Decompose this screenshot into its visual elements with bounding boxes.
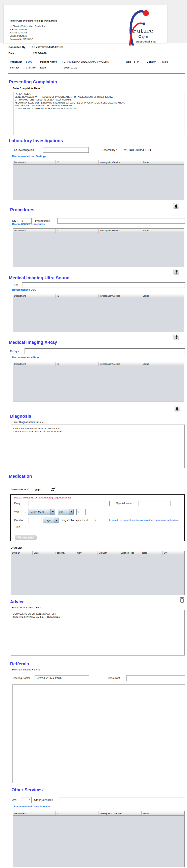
reffering-doctor-input[interactable]	[35, 675, 89, 681]
drug-list-delete-button[interactable]	[179, 596, 185, 603]
consulted-by-label: Consulted By	[8, 45, 25, 49]
procedures-delete-button[interactable]	[174, 269, 179, 275]
section-title-other-services: Other Services	[11, 787, 43, 793]
procedures-table: Department ID Investigation/Service Stat…	[13, 228, 184, 267]
special-notes-label: Special Notes	[116, 502, 132, 505]
procedures-input[interactable]	[57, 218, 185, 223]
lab-investigation-label: Lab Investingation :	[13, 148, 35, 151]
uss-input[interactable]	[22, 282, 185, 288]
lab-col-status: Status	[141, 160, 184, 164]
duration-input[interactable]	[28, 518, 41, 523]
other-qty-input[interactable]	[21, 797, 32, 803]
trash-icon	[174, 204, 178, 208]
section-title-procedures: Procedures	[10, 207, 34, 213]
way-frequency-select[interactable]: OD	[58, 509, 74, 515]
other-services-label: Other Services :	[34, 798, 53, 801]
patient-gender-value: Male	[162, 60, 168, 63]
duration-unit-selected-value: Day/s	[43, 518, 54, 523]
per-meal-input[interactable]	[94, 518, 105, 523]
complaints-textarea[interactable]: PATIENT SEEN. BEING REVIEWED WITH RESULT…	[13, 92, 185, 135]
recommended-uss-link[interactable]: Recommended USS	[12, 288, 36, 291]
drug-col-duration-type: Duration Type	[119, 551, 141, 555]
advice-textarea[interactable]: COUNSEL TO DO SCREENING PSA TEST TAKE TH…	[11, 610, 185, 655]
drug-list-label: Drug List	[11, 546, 22, 549]
special-notes-colon: :	[134, 502, 135, 505]
drug-col-way: Way	[76, 551, 98, 555]
drug-colon: :	[25, 502, 26, 505]
future-care-logo: Future Cre Body Mind Soul	[126, 5, 170, 46]
consultant-input[interactable]	[126, 675, 185, 681]
xray-col-department: Department	[13, 362, 56, 366]
add-drug-button[interactable]: Add Drug	[15, 535, 37, 540]
lab-col-id: ID	[56, 160, 99, 164]
xray-col-service: Investigation/Service	[99, 362, 141, 366]
drug-col-qty: Qty	[163, 551, 184, 555]
procedures-col-id: ID	[56, 228, 99, 232]
other-services-table: Department ID Investigation / Service St…	[13, 811, 185, 867]
logo-tagline: Body Mind Soul	[136, 40, 156, 43]
company-underline	[10, 24, 57, 24]
complaints-label: Enter Complaints Here	[13, 87, 40, 90]
xray-delete-button[interactable]	[174, 406, 180, 411]
company-number: Company No.8417652-2	[10, 38, 33, 40]
patient-age-colon: :	[134, 60, 135, 63]
plus-circle-icon	[17, 536, 21, 539]
xray-input[interactable]	[25, 348, 185, 354]
drug-input[interactable]	[28, 501, 110, 506]
refferals-list-box[interactable]	[12, 684, 185, 783]
per-meal-label: Drugs/Tablets per meal :	[61, 519, 89, 522]
uss-col-department: Department	[13, 294, 56, 298]
company-address: Le Chainter,Victoria,Mahe,Seychelles	[10, 25, 45, 27]
section-title-xray: Medical Imaging X-Ray	[9, 340, 57, 345]
total-label: Total	[14, 525, 20, 528]
lab-col-department: Department	[13, 160, 56, 164]
prescription-id-input[interactable]	[34, 487, 51, 492]
diagnosis-textarea[interactable]: 1. DYSLIPIDEMIA WITH HEPATIC STEATOSIS 2…	[11, 425, 185, 468]
recommended-xrays-link[interactable]: Recommended X-Rays	[12, 356, 39, 359]
company-name: Future Care by Future Holdings (Pty) Lim…	[10, 20, 57, 22]
visit-id-colon: :	[26, 66, 27, 69]
patient-name-label: Patient Name	[40, 60, 57, 63]
other-col-department: Department	[13, 811, 56, 815]
patient-age-value: 44	[137, 60, 139, 63]
heart-icon	[142, 36, 145, 38]
patient-gender-colon: :	[159, 60, 160, 63]
procedures-col-department: Department	[13, 228, 56, 232]
logo-future-text: Future	[133, 28, 153, 34]
recommended-procedures-link[interactable]: Recommended Procedures	[12, 223, 45, 225]
drug-col-note: Note	[141, 551, 163, 555]
consulted-by-colon: :	[30, 45, 30, 49]
xray-table: Department ID Investigation/Service Stat…	[13, 362, 184, 402]
other-services-input[interactable]	[59, 797, 185, 803]
lab-investigation-input[interactable]	[43, 147, 89, 153]
recommended-lab-testings-link[interactable]: Recommended Lab Testings	[12, 155, 46, 158]
duration-unit-select[interactable]: Day/s	[43, 518, 59, 523]
section-title-medication: Medication	[9, 474, 32, 479]
section-title-laboratory: Laboratory Investigations	[9, 138, 63, 144]
procedures-label: Procedures :	[35, 219, 50, 222]
recommended-other-services-link[interactable]: Recommended Other Services	[14, 805, 50, 808]
special-notes-input[interactable]	[139, 501, 171, 506]
uss-col-service: Investigation/Service	[99, 294, 141, 298]
way-qty-input[interactable]	[76, 509, 86, 515]
patient-age-label: Age	[126, 60, 131, 63]
xray-col-status: Status	[141, 362, 184, 366]
procedures-col-service: Investigation/Service	[99, 228, 141, 232]
section-title-advice: Advice	[10, 599, 25, 604]
way-meal-select[interactable]: Before Meal	[28, 509, 55, 515]
refresh-icon	[50, 487, 55, 492]
drug-col-frequency: Fequency	[54, 551, 76, 555]
section-title-refferals: Refferals	[10, 661, 29, 666]
xray-col-id: ID	[56, 362, 99, 366]
way-colon: :	[25, 510, 26, 513]
uss-delete-button[interactable]	[174, 334, 179, 340]
patient-name-colon: :	[62, 60, 63, 63]
consultation-page: Future Care by Future Holdings (Pty) Lim…	[0, 0, 187, 868]
other-col-status: Status	[142, 811, 184, 815]
visit-date-colon: :	[62, 66, 63, 69]
drug-label: Drug	[14, 502, 20, 505]
consult-date-label: Date	[8, 52, 14, 55]
other-services-table-header: Department ID Investigation / Service St…	[13, 811, 184, 816]
lab-delete-button[interactable]	[173, 203, 179, 209]
prescription-refresh-button[interactable]	[50, 487, 56, 492]
